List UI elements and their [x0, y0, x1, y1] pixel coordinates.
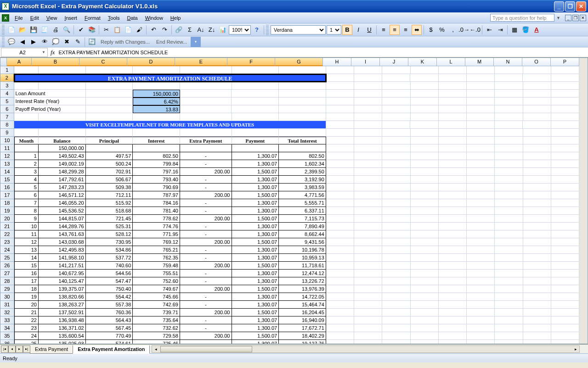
empty-cell[interactable]: [551, 66, 579, 74]
empty-cell[interactable]: [495, 309, 523, 316]
empty-cell[interactable]: [410, 74, 438, 82]
empty-cell[interactable]: [523, 285, 551, 293]
column-header-H[interactable]: H: [323, 58, 351, 66]
maximize-button[interactable]: ❐: [565, 1, 575, 12]
toolbar-options-icon[interactable]: ▾: [191, 37, 201, 47]
empty-cell[interactable]: [326, 129, 354, 137]
row-header-31[interactable]: 31: [0, 301, 14, 309]
cell-balance-23[interactable]: 136,371.02: [39, 324, 86, 332]
fx-icon[interactable]: fx: [51, 49, 55, 56]
table-header-principal[interactable]: Principal: [86, 137, 133, 144]
empty-cell[interactable]: [551, 285, 579, 293]
empty-cell[interactable]: [495, 160, 523, 168]
empty-cell[interactable]: [382, 223, 410, 230]
row-header-24[interactable]: 24: [0, 246, 14, 254]
cell-extra-17[interactable]: -: [180, 277, 232, 285]
cell-C3[interactable]: [86, 82, 133, 90]
merge-center-icon[interactable]: ⬌: [412, 25, 422, 35]
empty-cell[interactable]: [354, 332, 382, 340]
cell-interest-2[interactable]: 799.84: [133, 160, 180, 168]
cell-month-17[interactable]: 17: [14, 277, 39, 285]
cell-payment-10[interactable]: 1,300.07: [232, 223, 279, 230]
empty-cell[interactable]: [495, 144, 523, 152]
empty-cell[interactable]: [382, 184, 410, 191]
menu-format[interactable]: Format: [81, 14, 104, 22]
empty-cell[interactable]: [467, 66, 495, 74]
empty-cell[interactable]: [411, 66, 439, 74]
cell-extra-9[interactable]: 200.00: [180, 215, 232, 223]
row-header-17[interactable]: 17: [0, 191, 14, 199]
empty-cell[interactable]: [523, 74, 551, 82]
cell-balance-14[interactable]: 141,958.10: [39, 254, 86, 262]
empty-cell[interactable]: [523, 90, 551, 98]
cell-principal-12[interactable]: 730.95: [86, 238, 133, 246]
empty-cell[interactable]: [411, 144, 439, 152]
cell-payment-8[interactable]: 1,300.07: [232, 207, 279, 215]
cell-balance-5[interactable]: 147,283.23: [39, 184, 86, 191]
empty-cell[interactable]: [467, 199, 495, 207]
empty-cell[interactable]: [354, 207, 382, 215]
vertical-scrollbar[interactable]: [579, 58, 588, 344]
cell-total-interest-24[interactable]: 18,402.29: [279, 332, 326, 340]
empty-cell[interactable]: [467, 129, 495, 137]
cell-total-interest-10[interactable]: 7,890.49: [279, 223, 326, 230]
cell-total-interest-17[interactable]: 13,226.72: [279, 277, 326, 285]
sort-asc-icon[interactable]: A↓: [196, 25, 206, 35]
empty-cell[interactable]: [467, 246, 495, 254]
empty-cell[interactable]: [495, 191, 523, 199]
cell-principal-20[interactable]: 557.38: [86, 301, 133, 309]
empty-cell[interactable]: [411, 137, 439, 144]
empty-cell[interactable]: [354, 301, 382, 309]
cell-balance-17[interactable]: 140,125.47: [39, 277, 86, 285]
empty-cell[interactable]: [467, 121, 495, 129]
cell-C11[interactable]: [86, 144, 133, 152]
empty-cell[interactable]: [495, 90, 523, 98]
empty-cell[interactable]: [382, 98, 410, 105]
menu-edit[interactable]: Edit: [27, 14, 43, 22]
empty-cell[interactable]: [523, 309, 551, 316]
cell-interest-14[interactable]: 762.35: [133, 254, 180, 262]
align-center-icon[interactable]: ≡: [390, 25, 400, 35]
print-preview-icon[interactable]: 🔍: [62, 25, 72, 35]
empty-cell[interactable]: [382, 191, 410, 199]
cell-month-2[interactable]: 2: [14, 160, 39, 168]
tab-prev-button[interactable]: ◂: [8, 345, 16, 353]
tab-next-button[interactable]: ▸: [16, 345, 23, 353]
cell-principal-1[interactable]: 497.57: [86, 152, 133, 160]
table-header-payment[interactable]: Payment: [232, 137, 279, 144]
empty-cell[interactable]: [411, 184, 439, 191]
cell-payment-21[interactable]: 1,500.07: [232, 309, 279, 316]
empty-cell[interactable]: [467, 98, 495, 105]
empty-cell[interactable]: [523, 215, 551, 223]
empty-cell[interactable]: [523, 184, 551, 191]
comma-icon[interactable]: ,: [448, 25, 458, 35]
empty-cell[interactable]: [326, 254, 354, 262]
empty-cell[interactable]: [326, 121, 354, 129]
borders-icon[interactable]: ▦: [509, 25, 520, 35]
period-label[interactable]: Payoff Period (Year): [14, 105, 86, 113]
empty-cell[interactable]: [467, 238, 495, 246]
empty-cell[interactable]: [495, 98, 523, 105]
empty-cell[interactable]: [411, 160, 439, 168]
empty-cell[interactable]: [326, 332, 354, 340]
empty-cell[interactable]: [495, 152, 523, 160]
cell-total-interest-23[interactable]: 17,672.71: [279, 324, 326, 332]
empty-cell[interactable]: [439, 168, 467, 176]
cell-extra-2[interactable]: -: [180, 160, 232, 168]
row-header-32[interactable]: 32: [0, 309, 14, 316]
empty-cell[interactable]: [326, 230, 354, 238]
empty-cell[interactable]: [411, 324, 439, 332]
column-header-K[interactable]: K: [408, 58, 437, 66]
row-header-21[interactable]: 21: [0, 223, 14, 230]
cell-payment-16[interactable]: 1,300.07: [232, 270, 279, 277]
empty-cell[interactable]: [467, 74, 495, 82]
cell-month-21[interactable]: 21: [14, 309, 39, 316]
empty-cell[interactable]: [467, 262, 495, 270]
empty-cell[interactable]: [382, 113, 410, 121]
row-header-30[interactable]: 30: [0, 293, 14, 301]
row-header-2[interactable]: 2: [0, 74, 14, 82]
mdi-minimize-button[interactable]: _: [565, 15, 571, 21]
empty-cell[interactable]: [411, 246, 439, 254]
empty-cell[interactable]: [354, 168, 382, 176]
cell-extra-14[interactable]: -: [180, 254, 232, 262]
